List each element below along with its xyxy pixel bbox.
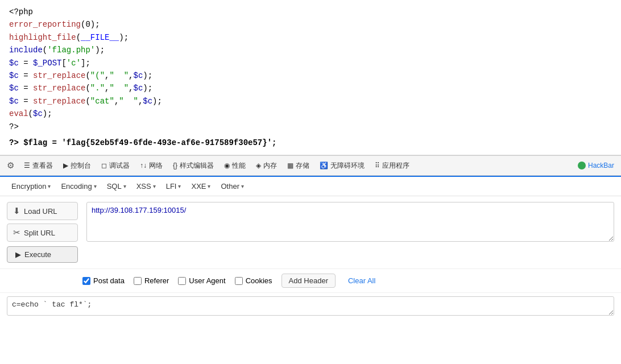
xss-menu[interactable]: XSS ▾ (132, 180, 160, 192)
lfi-label: LFI (166, 182, 177, 191)
referer-checkbox[interactable] (134, 277, 142, 285)
tab-accessibility-label: 无障碍环境 (330, 161, 365, 171)
hackbar-dot-icon (578, 162, 586, 169)
tab-console-label: 控制台 (71, 161, 91, 171)
code-line-4: include('flag.php'); (9, 44, 612, 56)
encryption-label: Encryption (11, 182, 46, 191)
tab-network-label: 网络 (149, 161, 163, 171)
xss-label: XSS (136, 182, 151, 191)
cookies-checkbox[interactable] (235, 277, 243, 285)
tab-inspector-label: 查看器 (32, 161, 53, 171)
clear-all-button[interactable]: Clear All (345, 274, 379, 287)
lfi-menu[interactable]: LFI ▾ (162, 180, 186, 192)
code-line-6: $c = str_replace("("," ",$c); (9, 69, 612, 82)
style-editor-icon: {} (173, 162, 177, 169)
sql-label: SQL (107, 182, 122, 191)
code-line-3: highlight_file(__FILE__); (9, 31, 612, 44)
devtools-icon[interactable]: ⚙ (2, 158, 18, 173)
code-display: <?php error_reporting(0); highlight_file… (0, 0, 621, 155)
encryption-menu[interactable]: Encryption ▾ (7, 180, 55, 192)
tab-console[interactable]: ▶ 控制台 (59, 159, 96, 173)
application-icon: ⠿ (375, 162, 380, 169)
other-menu[interactable]: Other ▾ (216, 180, 249, 192)
execute-label: Execute (24, 250, 51, 259)
code-line-2: error_reporting(0); (9, 18, 612, 31)
cookies-label: Cookies (246, 276, 272, 285)
execute-button[interactable]: ▶ Execute (7, 246, 78, 263)
code-line-9: eval($c); (9, 107, 612, 120)
tab-application[interactable]: ⠿ 应用程序 (370, 159, 414, 173)
memory-icon: ◈ (256, 162, 261, 169)
tab-application-label: 应用程序 (382, 161, 409, 171)
tab-debugger-label: 调试器 (109, 161, 130, 171)
lfi-chevron-icon: ▾ (178, 183, 181, 189)
tab-style-editor[interactable]: {} 样式编辑器 (168, 159, 218, 173)
post-data-checkbox[interactable] (82, 277, 90, 285)
encryption-chevron-icon: ▾ (48, 183, 51, 189)
tab-storage-label: 存储 (296, 161, 309, 171)
code-line-7: $c = str_replace("."," ",$c); (9, 82, 612, 94)
code-line-10: ?> (9, 121, 612, 133)
code-line-8: $c = str_replace("cat"," ",$c); (9, 95, 612, 107)
other-label: Other (221, 182, 239, 191)
referer-checkbox-item[interactable]: Referer (134, 276, 169, 285)
tab-storage[interactable]: ▦ 存储 (283, 159, 314, 173)
tab-debugger[interactable]: ◻ 调试器 (97, 159, 134, 173)
hackbar-main: ⬇ Load URL ✂ Split URL ▶ Execute (0, 196, 621, 268)
console-icon: ▶ (63, 162, 68, 169)
post-data-area (0, 292, 621, 323)
encoding-menu[interactable]: Encoding ▾ (56, 180, 101, 192)
options-bar: Post data Referer User Agent Cookies Add… (0, 268, 621, 292)
xxe-chevron-icon: ▾ (208, 183, 210, 189)
network-icon: ↑↓ (140, 162, 147, 169)
tab-accessibility[interactable]: ♿ 无障碍环境 (315, 159, 369, 173)
other-chevron-icon: ▾ (241, 183, 244, 189)
tab-memory[interactable]: ◈ 内存 (251, 159, 281, 173)
add-header-label: Add Header (289, 276, 328, 285)
code-line-5: $c = $_POST['c']; (9, 57, 612, 69)
encoding-chevron-icon: ▾ (94, 183, 97, 189)
inspector-icon: ☰ (24, 162, 30, 169)
add-header-button[interactable]: Add Header (281, 274, 336, 288)
sql-menu[interactable]: SQL ▾ (102, 180, 131, 192)
encoding-label: Encoding (61, 182, 92, 191)
code-line-1: <?php (9, 6, 612, 18)
hackbar-actions: ⬇ Load URL ✂ Split URL ▶ Execute (7, 202, 81, 263)
xxe-label: XXE (191, 182, 206, 191)
flag-line: ?> $flag = 'flag{52eb5f49-6fde-493e-af6e… (9, 136, 612, 149)
referer-label: Referer (144, 276, 169, 285)
accessibility-icon: ♿ (320, 162, 328, 169)
hackbar-menu-bar: Encryption ▾ Encoding ▾ SQL ▾ XSS ▾ LFI … (0, 177, 621, 196)
post-data-label: Post data (93, 276, 125, 285)
devtools-toolbar: ⚙ ☰ 查看器 ▶ 控制台 ◻ 调试器 ↑↓ 网络 {} 样式编辑器 ◉ 性能 … (0, 155, 621, 176)
split-url-button[interactable]: ✂ Split URL (7, 224, 78, 242)
user-agent-checkbox[interactable] (178, 277, 186, 285)
tab-memory-label: 内存 (263, 161, 277, 171)
tab-performance[interactable]: ◉ 性能 (220, 159, 250, 173)
execute-icon: ▶ (15, 250, 21, 259)
url-input-area (86, 202, 614, 243)
split-url-label: Split URL (24, 229, 55, 237)
load-url-button[interactable]: ⬇ Load URL (7, 202, 78, 220)
post-data-input[interactable] (7, 296, 614, 316)
performance-icon: ◉ (224, 162, 230, 169)
cookies-checkbox-item[interactable]: Cookies (235, 276, 272, 285)
storage-icon: ▦ (287, 162, 293, 169)
tab-hackbar[interactable]: HackBar (573, 159, 619, 172)
post-data-checkbox-item[interactable]: Post data (82, 276, 125, 285)
tab-hackbar-label: HackBar (588, 162, 614, 169)
url-input[interactable] (86, 202, 614, 242)
xss-chevron-icon: ▾ (153, 183, 156, 189)
load-url-label: Load URL (24, 207, 57, 216)
tab-network[interactable]: ↑↓ 网络 (135, 159, 167, 173)
xxe-menu[interactable]: XXE ▾ (187, 180, 215, 192)
split-url-icon: ✂ (13, 228, 20, 238)
user-agent-label: User Agent (189, 276, 225, 285)
user-agent-checkbox-item[interactable]: User Agent (178, 276, 225, 285)
tab-inspector[interactable]: ☰ 查看器 (19, 159, 57, 173)
sql-chevron-icon: ▾ (123, 183, 126, 189)
hackbar-panel: Encryption ▾ Encoding ▾ SQL ▾ XSS ▾ LFI … (0, 176, 621, 323)
tab-performance-label: 性能 (232, 161, 246, 171)
load-url-icon: ⬇ (13, 206, 20, 216)
debugger-icon: ◻ (101, 162, 107, 169)
